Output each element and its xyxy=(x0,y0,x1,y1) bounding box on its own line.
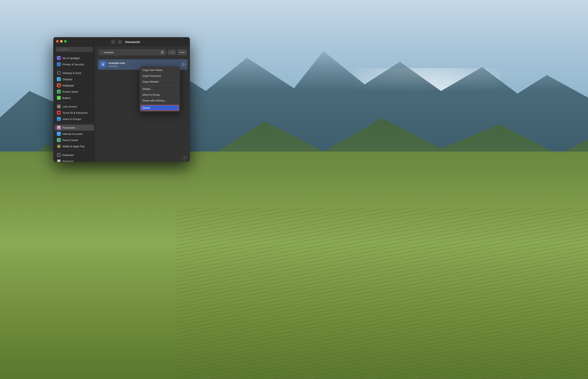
page-title: Passwords xyxy=(125,40,140,44)
sidebar-item-game-center[interactable]: 🎮 Game Center xyxy=(54,137,94,143)
forward-button[interactable]: › xyxy=(118,40,122,44)
displays-icon: 🖵 xyxy=(57,77,61,81)
context-menu-item-copy-password[interactable]: Copy Password xyxy=(140,73,180,79)
search-field-icon: ⌕ xyxy=(101,51,102,54)
passwords-icon: 🔑 xyxy=(57,126,61,130)
system-preferences-window: ⌕ ✦ Siri & Spotlight 🛡 Privacy & Securit… xyxy=(53,37,190,162)
keyboard-icon: ⌨ xyxy=(57,153,61,157)
sidebar-item-internet-accounts[interactable]: 🌐 Internet Accounts xyxy=(54,131,94,137)
search-icon: ⌕ xyxy=(57,48,59,51)
trackpad-icon: ⬜ xyxy=(57,159,61,162)
window-controls xyxy=(56,40,67,43)
users-icon: 👥 xyxy=(57,117,61,121)
sidebar-item-label: Passwords xyxy=(63,126,75,129)
sidebar-item-label: Privacy & Security xyxy=(63,63,84,66)
privacy-icon: 🛡 xyxy=(57,62,61,66)
context-menu-separator-2 xyxy=(140,104,180,104)
info-icon: ⓘ xyxy=(182,63,184,66)
context-menu-item-label: Copy User Name xyxy=(143,68,163,72)
sidebar-item-privacy-security[interactable]: 🛡 Privacy & Security xyxy=(54,61,94,67)
site-tld: .com xyxy=(119,62,125,64)
titlebar: ‹ › Passwords xyxy=(95,37,190,47)
main-content-area: ‹ › Passwords ⌕ ✕ + ▾ ••• ▾ xyxy=(95,37,190,162)
lock-icon: 🔒 xyxy=(57,105,61,109)
sidebar: ⌕ ✦ Siri & Spotlight 🛡 Privacy & Securit… xyxy=(53,37,95,162)
sidebar-search-input[interactable] xyxy=(60,48,91,51)
sidebar-search-container[interactable]: ⌕ xyxy=(56,47,93,52)
sidebar-item-label: Lock Screen xyxy=(63,105,77,108)
sidebar-item-keyboard[interactable]: ⌨ Keyboard xyxy=(54,152,94,158)
context-menu-item-delete[interactable]: Delete xyxy=(141,105,179,111)
internet-icon: 🌐 xyxy=(57,132,61,136)
sidebar-item-label: Wallet & Apple Pay xyxy=(63,145,85,148)
password-item-site: example.com xyxy=(109,62,179,64)
sidebar-item-label: Internet Accounts xyxy=(63,132,83,135)
sidebar-item-trackpad[interactable]: ⬜ Trackpad xyxy=(54,158,94,162)
touchid-icon: ❤ xyxy=(57,111,61,115)
context-menu-separator-1 xyxy=(140,85,180,85)
sidebar-item-wallpaper[interactable]: 🖼 Wallpaper xyxy=(54,82,94,88)
sidebar-item-label: Desktop & Dock xyxy=(63,72,81,75)
sidebar-item-label: Screen Saver xyxy=(63,90,78,93)
context-menu-item-move-to-group[interactable]: Move to Group › xyxy=(140,92,180,98)
sidebar-separator-1 xyxy=(56,68,93,69)
context-menu-item-copy-website[interactable]: Copy Website xyxy=(140,79,180,85)
minimize-button[interactable] xyxy=(60,40,63,43)
forward-icon: › xyxy=(120,41,120,43)
sidebar-item-siri-spotlight[interactable]: ✦ Siri & Spotlight xyxy=(54,55,94,61)
sidebar-item-wallet-apple-pay[interactable]: 💳 Wallet & Apple Pay xyxy=(54,143,94,149)
sidebar-item-users-groups[interactable]: 👥 Users & Groups xyxy=(54,116,94,122)
help-area: ? xyxy=(95,154,190,162)
search-bar-area: ⌕ ✕ + ▾ ••• ▾ xyxy=(95,47,190,58)
help-button[interactable]: ? xyxy=(182,156,187,160)
wallpaper-icon: 🖼 xyxy=(57,83,61,87)
context-menu-item-details[interactable]: Details… xyxy=(140,86,180,92)
sidebar-item-desktop-dock[interactable]: 🖥 Desktop & Dock xyxy=(54,70,94,76)
context-menu-item-label: Copy Password xyxy=(143,74,161,77)
clear-icon: ✕ xyxy=(161,51,163,53)
siri-icon: ✦ xyxy=(57,56,61,60)
context-menu-item-label: Delete xyxy=(143,106,150,109)
sidebar-item-label: Touch ID & Password xyxy=(63,111,87,114)
sidebar-item-battery[interactable]: 🔋 Battery xyxy=(54,95,94,101)
vineyard-rows-layer xyxy=(176,208,588,379)
help-label: ? xyxy=(184,157,185,159)
sidebar-item-label: Battery xyxy=(63,96,71,99)
maximize-button[interactable] xyxy=(64,40,67,43)
context-menu-item-label: Share with AirDrop… xyxy=(143,99,167,102)
add-button[interactable]: + ▾ xyxy=(168,50,176,55)
desktop-icon: 🖥 xyxy=(57,71,61,75)
context-menu-item-copy-username[interactable]: Copy User Name xyxy=(140,67,180,73)
sidebar-item-passwords[interactable]: 🔑 Passwords xyxy=(54,125,94,131)
sidebar-separator-2 xyxy=(56,102,93,102)
context-menu-item-label: Details… xyxy=(143,87,153,90)
sidebar-item-label: Siri & Spotlight xyxy=(63,57,79,60)
sidebar-item-displays[interactable]: 🖵 Displays xyxy=(54,76,94,82)
submenu-arrow-icon: › xyxy=(176,94,177,96)
sidebar-item-label: Trackpad xyxy=(63,160,73,162)
sidebar-item-touch-id[interactable]: ❤ Touch ID & Password xyxy=(54,110,94,116)
site-name: example xyxy=(109,62,119,64)
back-button[interactable]: ‹ xyxy=(111,40,115,44)
password-detail-button[interactable]: ⓘ xyxy=(181,62,185,67)
context-menu-item-label: Move to Group xyxy=(143,93,160,96)
gamecenter-icon: 🎮 xyxy=(57,138,61,142)
add-label: + ▾ xyxy=(170,51,174,54)
wallet-icon: 💳 xyxy=(57,144,61,148)
avatar-letter: E xyxy=(102,63,104,66)
sidebar-item-label: Displays xyxy=(63,78,72,81)
sidebar-item-lock-screen[interactable]: 🔒 Lock Screen xyxy=(54,104,94,110)
sidebar-list: ✦ Siri & Spotlight 🛡 Privacy & Security … xyxy=(53,54,95,162)
close-button[interactable] xyxy=(56,40,59,43)
sidebar-item-label: Game Center xyxy=(63,139,78,142)
sidebar-item-screen-saver[interactable]: ✦ Screen Saver xyxy=(54,89,94,95)
search-clear-button[interactable]: ✕ xyxy=(161,51,164,54)
more-options-button[interactable]: ••• ▾ xyxy=(177,50,187,55)
context-menu-item-label: Copy Website xyxy=(143,80,159,83)
sidebar-item-label: Keyboard xyxy=(63,154,74,157)
screensaver-icon: ✦ xyxy=(57,90,61,94)
context-menu-item-share-airdrop[interactable]: Share with AirDrop… xyxy=(140,98,180,104)
search-field-container[interactable]: ⌕ ✕ xyxy=(99,49,166,55)
search-input[interactable] xyxy=(104,51,159,54)
sidebar-item-label: Wallpaper xyxy=(63,84,74,87)
